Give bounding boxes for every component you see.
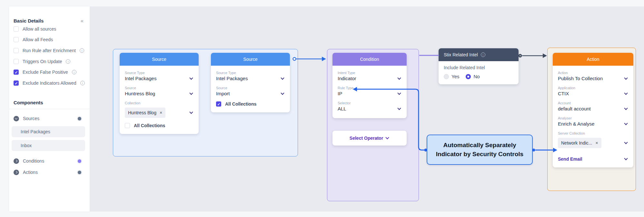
radio-yes[interactable] bbox=[444, 74, 449, 79]
chevron-down-icon[interactable] bbox=[189, 76, 193, 80]
annotation-note[interactable]: Automatically Separately Indicator by Se… bbox=[427, 135, 533, 165]
group-label: Sources bbox=[23, 116, 39, 121]
chevron-down-icon[interactable] bbox=[624, 106, 628, 110]
checkbox[interactable] bbox=[14, 37, 19, 42]
connector-stix-to-action bbox=[519, 53, 547, 58]
chip-label: Network Indic... bbox=[561, 140, 592, 146]
checkbox-row-triggers-on-update: Triggers On Update bbox=[14, 58, 86, 65]
checkbox-label: Exclude False Positive bbox=[23, 70, 68, 75]
source-select[interactable]: Import bbox=[216, 91, 285, 96]
sidebar-group-actions[interactable]: Actions bbox=[14, 169, 86, 175]
chevron-down-icon[interactable] bbox=[624, 91, 628, 95]
include-related-intel-label: Include Related Intel bbox=[444, 65, 513, 70]
remove-chip-icon[interactable] bbox=[160, 110, 162, 115]
radio-no[interactable] bbox=[466, 74, 471, 79]
source-node-1[interactable]: Source Source Type Intel Packages Source… bbox=[120, 53, 199, 134]
condition-group-container[interactable]: Condition Intent Type Indicator Rule Typ… bbox=[327, 49, 419, 201]
select-operator-button[interactable]: Select Operator bbox=[332, 131, 407, 146]
source-node-header[interactable]: Source bbox=[120, 53, 199, 66]
condition-node-header[interactable]: Condition bbox=[332, 53, 407, 66]
chevron-down-icon[interactable] bbox=[281, 91, 284, 95]
checkbox[interactable] bbox=[14, 59, 19, 64]
chevron-down-icon[interactable] bbox=[397, 91, 401, 95]
note-line-1: Automatically Separately bbox=[443, 141, 516, 150]
radio-no-label: No bbox=[473, 74, 480, 79]
chevron-down-circle-icon[interactable] bbox=[14, 116, 19, 121]
all-collections-checkbox[interactable] bbox=[125, 123, 130, 128]
action-node-header[interactable]: Action bbox=[553, 53, 633, 66]
analyser-select[interactable]: Enrich & Analyse bbox=[558, 121, 628, 127]
radio-yes-label: Yes bbox=[451, 74, 459, 79]
selector-select[interactable]: ALL bbox=[338, 106, 401, 111]
remove-chip-icon[interactable] bbox=[595, 141, 598, 145]
select-operator-label: Select Operator bbox=[350, 136, 383, 141]
sources-status-dot bbox=[78, 117, 81, 120]
checkbox[interactable] bbox=[14, 70, 19, 75]
all-collections-label: All Collections bbox=[225, 101, 256, 107]
field-label: Intent Type bbox=[338, 71, 401, 75]
condition-node[interactable]: Condition Intent Type Indicator Rule Typ… bbox=[332, 53, 407, 118]
chevron-down-icon[interactable] bbox=[624, 140, 628, 144]
basic-details-title: Basic Details bbox=[14, 18, 44, 24]
field-value: Intel Packages bbox=[125, 76, 156, 81]
stix-node-header[interactable]: Stix Related Intel bbox=[439, 48, 519, 61]
info-icon bbox=[80, 48, 84, 53]
field-label: Selector bbox=[338, 101, 401, 105]
rule-type-select[interactable]: IP bbox=[338, 91, 401, 96]
application-select[interactable]: CTIX bbox=[558, 91, 628, 96]
field-value: Intel Packages bbox=[216, 76, 248, 81]
chevron-down-icon[interactable] bbox=[624, 121, 628, 125]
group-label: Actions bbox=[23, 170, 38, 175]
action-node[interactable]: Action Action Publish To Collection Appl… bbox=[553, 53, 633, 167]
stix-related-intel-node[interactable]: Stix Related Intel Include Related Intel… bbox=[439, 48, 519, 84]
sidebar-item-inbox[interactable]: Inbox bbox=[12, 140, 85, 151]
server-collection-chip[interactable]: Network Indic... bbox=[558, 138, 601, 148]
intent-type-select[interactable]: Indicator bbox=[338, 76, 401, 81]
source-node-2[interactable]: Source Source Type Intel Packages Source… bbox=[211, 53, 290, 112]
send-email-row[interactable]: Send Email bbox=[558, 156, 628, 162]
collection-chip[interactable]: Huntress Blog bbox=[125, 108, 165, 118]
action-select[interactable]: Publish To Collection bbox=[558, 76, 628, 81]
stix-node-title: Stix Related Intel bbox=[444, 52, 478, 57]
chevron-right-circle-icon[interactable] bbox=[14, 170, 19, 175]
chevron-right-circle-icon[interactable] bbox=[14, 158, 19, 164]
account-select[interactable]: default account bbox=[558, 106, 628, 111]
group-label: Conditions bbox=[23, 158, 44, 164]
chevron-down-icon[interactable] bbox=[281, 76, 284, 80]
collection-select[interactable]: Huntress Blog bbox=[125, 108, 193, 118]
chip-label: Huntress Blog bbox=[128, 110, 156, 115]
chevron-down-icon[interactable] bbox=[624, 76, 628, 80]
chevron-down-icon[interactable] bbox=[397, 106, 401, 110]
chevron-down-icon[interactable] bbox=[189, 110, 193, 114]
chevron-down-icon[interactable] bbox=[189, 91, 193, 95]
sidebar-group-conditions[interactable]: Conditions bbox=[14, 158, 86, 164]
source-select[interactable]: Huntress Blog bbox=[125, 91, 193, 96]
checkbox[interactable] bbox=[14, 48, 19, 53]
source-type-select[interactable]: Intel Packages bbox=[125, 76, 193, 81]
sidebar-group-sources[interactable]: Sources bbox=[14, 115, 86, 122]
field-label: Server Collection bbox=[558, 131, 628, 135]
collapse-sidebar-icon[interactable]: « bbox=[81, 18, 83, 24]
actions-status-dot bbox=[78, 171, 81, 174]
workflow-canvas[interactable]: Source Source Type Intel Packages Source… bbox=[90, 6, 644, 212]
checkbox-label: Run Rule after Enrichment bbox=[23, 48, 76, 53]
divider bbox=[9, 109, 90, 109]
action-group-container[interactable]: Action Action Publish To Collection Appl… bbox=[547, 48, 636, 191]
chevron-down-icon[interactable] bbox=[624, 156, 628, 160]
chevron-down-icon[interactable] bbox=[397, 76, 401, 80]
checkbox-label: Exclude Indicators Allowed bbox=[23, 80, 76, 86]
account-field: Account default account bbox=[558, 101, 628, 111]
all-collections-checkbox[interactable] bbox=[216, 101, 221, 107]
chevron-down-icon[interactable] bbox=[385, 136, 389, 139]
source-node-header[interactable]: Source bbox=[211, 53, 290, 66]
source-type-select[interactable]: Intel Packages bbox=[216, 76, 285, 81]
info-icon bbox=[481, 52, 485, 57]
intent-type-field: Intent Type Indicator bbox=[338, 71, 401, 81]
sidebar-item-intel-packages[interactable]: Intel Packages bbox=[12, 126, 85, 137]
server-collection-select[interactable]: Network Indic... bbox=[558, 138, 628, 148]
all-collections-label: All Collections bbox=[134, 123, 165, 128]
checkbox[interactable] bbox=[14, 26, 19, 32]
checkbox[interactable] bbox=[14, 80, 19, 86]
checkbox-row-exclude-indicators-allowed: Exclude Indicators Allowed bbox=[14, 80, 86, 86]
source-group-container[interactable]: Source Source Type Intel Packages Source… bbox=[113, 49, 298, 156]
